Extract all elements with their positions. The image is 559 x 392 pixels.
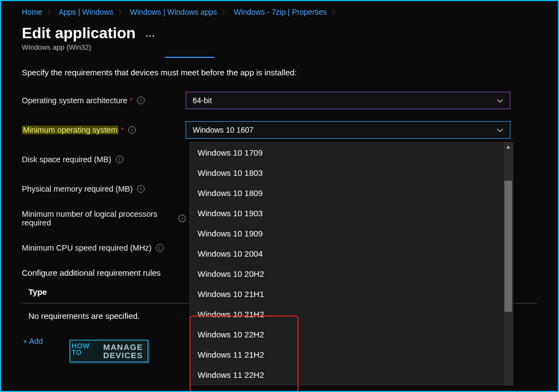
os-option[interactable]: Windows 10 20H2 (190, 264, 513, 284)
disk-space-label: Disk space required (MB) i (22, 155, 186, 164)
os-option[interactable]: Windows 10 2004 (190, 243, 513, 264)
chevron-right-icon: 〉 (222, 9, 228, 17)
min-os-label: Minimum operating system * i (22, 126, 186, 134)
watermark-logo: HOWTO MANAGE DEVICES (69, 340, 148, 363)
info-icon[interactable]: i (179, 215, 186, 222)
breadcrumb-apps[interactable]: Apps | Windows (58, 8, 113, 16)
os-option[interactable]: Windows 10 1809 (190, 183, 513, 203)
scroll-up-icon[interactable]: ▲ (504, 142, 513, 151)
os-arch-value: 64-bit (193, 96, 212, 105)
info-icon[interactable]: i (137, 97, 145, 104)
os-arch-label: Operating system architecture * i (22, 96, 186, 105)
os-option[interactable]: Windows 10 1909 (190, 223, 513, 243)
chevron-right-icon: 〉 (332, 9, 338, 17)
os-option[interactable]: Windows 11 21H2 (190, 345, 513, 365)
info-icon[interactable]: i (137, 185, 145, 193)
os-option[interactable]: Windows 10 21H2 (190, 304, 513, 324)
page-title-text: Edit application (22, 25, 135, 42)
info-icon[interactable]: i (128, 126, 136, 134)
os-option[interactable]: Windows 10 21H1 (190, 284, 513, 304)
memory-label: Physical memory required (MB) i (22, 185, 186, 193)
add-requirement-link[interactable]: + Add (22, 328, 44, 354)
info-icon[interactable]: i (156, 244, 164, 252)
required-indicator: * (129, 96, 133, 105)
chevron-right-icon: 〉 (118, 9, 124, 17)
page-title: Edit application ⋯ (1, 21, 558, 42)
os-option[interactable]: Windows 10 1803 (190, 163, 513, 183)
chevron-down-icon (497, 97, 503, 104)
os-option[interactable]: Windows 11 22H2 (190, 365, 513, 385)
required-indicator: * (121, 126, 124, 134)
chevron-down-icon (497, 127, 503, 133)
processors-label: Minimum number of logical processors req… (22, 210, 186, 227)
os-option[interactable]: Windows 10 1903 (190, 203, 513, 223)
min-os-value: Windows 10 1607 (193, 126, 253, 134)
instruction-text: Specify the requirements that devices mu… (22, 68, 537, 77)
dropdown-scrollbar[interactable]: ▲ (504, 142, 513, 385)
min-os-options-list[interactable]: Windows 10 1709 Windows 10 1803 Windows … (189, 142, 513, 385)
os-arch-dropdown[interactable]: 64-bit (186, 92, 510, 109)
chevron-right-icon: 〉 (47, 9, 53, 17)
breadcrumb-home[interactable]: Home (22, 8, 42, 16)
breadcrumb: Home 〉 Apps | Windows 〉 Windows | Window… (1, 1, 558, 21)
scrollbar-thumb[interactable] (504, 181, 512, 312)
os-option[interactable]: Windows 10 1709 (190, 142, 513, 163)
breadcrumb-windows-apps[interactable]: Windows | Windows apps (130, 8, 217, 16)
os-option[interactable]: Windows 10 22H2 (190, 324, 513, 345)
cpu-speed-label: Minimum CPU speed required (MHz) i (22, 243, 186, 252)
min-os-dropdown[interactable]: Windows 10 1607 (186, 121, 510, 139)
more-actions-button[interactable]: ⋯ (145, 29, 155, 41)
info-icon[interactable]: i (116, 156, 123, 163)
tab-indicator (165, 57, 214, 58)
breadcrumb-properties[interactable]: Windows - 7zip | Properties (234, 8, 326, 16)
page-subtitle: Windows app (Win32) (1, 42, 558, 57)
